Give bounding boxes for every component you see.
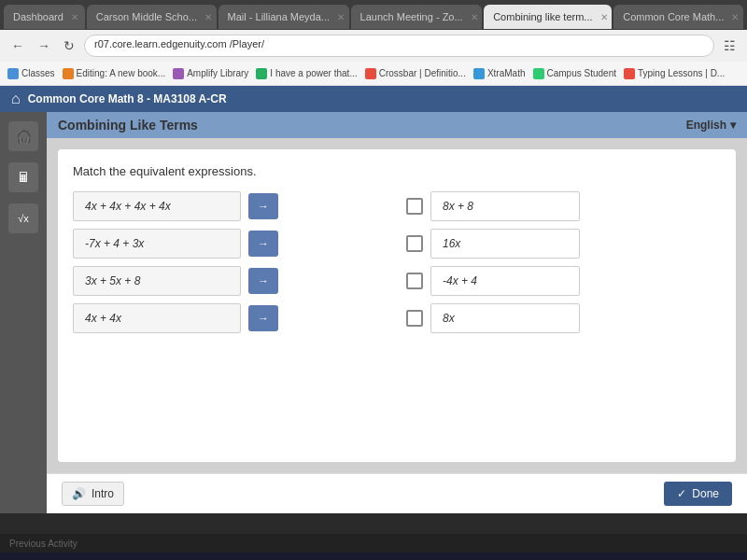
done-label: Done — [692, 487, 719, 500]
expr-box-1: 4x + 4x + 4x + 4x — [73, 191, 241, 221]
activity-title-bar: Combining Like Terms English ▾ — [47, 112, 747, 138]
bookmark-icon-amplify — [173, 68, 184, 79]
nav-bar: ← → ↻ r07.core.learn.edgenuity.com /Play… — [0, 30, 747, 62]
answer-checkbox-c[interactable] — [406, 273, 423, 289]
bookmark-classes[interactable]: Classes — [7, 68, 55, 79]
answer-row-c: -4x + 4 — [406, 266, 721, 296]
sidebar-headphones[interactable]: 🎧 — [8, 121, 38, 151]
tab-close-combining[interactable]: ✕ — [600, 12, 608, 22]
expr-row-4: 4x + 4x → — [73, 303, 388, 333]
answer-box-a: 8x + 8 — [430, 191, 580, 221]
arrow-button-3[interactable]: → — [248, 268, 278, 294]
status-bar — [0, 513, 747, 534]
answer-checkbox-a[interactable] — [406, 198, 423, 215]
activity-panel: Combining Like Terms English ▾ Match the… — [47, 112, 747, 513]
headphones-icon: 🎧 — [16, 129, 32, 144]
tab-label: Common Core Math... — [623, 11, 724, 22]
bookmark-label: XtraMath — [487, 68, 526, 78]
bookmark-power[interactable]: I have a power that... — [256, 68, 357, 79]
bookmark-editing[interactable]: Editing: A new book... — [63, 68, 166, 79]
tab-label: Combining like term... — [493, 11, 592, 22]
expr-row-2: -7x + 4 + 3x → — [73, 229, 388, 259]
answer-row-d: 8x — [406, 303, 721, 333]
speaker-icon: 🔊 — [72, 487, 86, 500]
bookmark-label: I have a power that... — [270, 68, 357, 78]
answer-row-b: 16x — [406, 229, 721, 259]
bookmark-xtramath[interactable]: XtraMath — [473, 68, 526, 79]
back-button[interactable]: ← — [7, 36, 28, 55]
answer-box-b: 16x — [430, 229, 580, 259]
bookmark-icon-typing — [624, 68, 635, 79]
expr-box-4: 4x + 4x — [73, 303, 241, 333]
tab-label: Dashboard — [13, 11, 63, 22]
browser-chrome: Dashboard ✕ Carson Middle Scho... ✕ Mail… — [0, 0, 747, 86]
prev-activity-label: Previous Activity — [9, 539, 78, 549]
bookmark-icon-campus — [533, 68, 544, 79]
bookmark-label: Editing: A new book... — [77, 68, 166, 78]
bookmark-icon-xtramath — [473, 68, 485, 79]
main-content: 🎧 🖩 √x Combining Like Terms English ▾ Ma… — [0, 112, 747, 513]
bottom-bar: 🔊 Intro ✓ Done — [47, 473, 747, 513]
bookmark-icon-editing — [63, 68, 74, 79]
checkmark-icon: ✓ — [677, 487, 686, 500]
sqrt-icon: √x — [18, 213, 29, 224]
address-bar[interactable]: r07.core.learn.edgenuity.com /Player/ — [84, 35, 714, 57]
tab-bar: Dashboard ✕ Carson Middle Scho... ✕ Mail… — [0, 0, 747, 30]
tab-label: Carson Middle Scho... — [96, 11, 197, 22]
answer-row-a: 8x + 8 — [406, 191, 721, 221]
expr-row-1: 4x + 4x + 4x + 4x → — [73, 191, 388, 221]
edgenuity-header: ⌂ Common Core Math 8 - MA3108 A-CR — [0, 86, 747, 112]
tab-combining[interactable]: Combining like term... ✕ — [484, 5, 612, 29]
tab-close-mail[interactable]: ✕ — [337, 12, 345, 22]
activity-title: Combining Like Terms — [58, 118, 198, 133]
home-icon: ⌂ — [11, 91, 21, 107]
arrow-button-1[interactable]: → — [248, 193, 278, 219]
expr-box-3: 3x + 5x + 8 — [73, 266, 241, 296]
bookmark-typing[interactable]: Typing Lessons | D... — [624, 68, 725, 79]
bookmark-label: Crossbar | Definitio... — [379, 68, 466, 78]
answer-checkbox-d[interactable] — [406, 310, 423, 327]
tab-zoom[interactable]: Launch Meeting - Zo... ✕ — [351, 5, 483, 29]
sidebar-sqrt[interactable]: √x — [8, 203, 38, 233]
left-expressions: 4x + 4x + 4x + 4x → -7x + 4 + 3x → 3x + … — [73, 191, 388, 333]
chevron-down-icon: ▾ — [730, 119, 736, 132]
expr-row-3: 3x + 5x + 8 → — [73, 266, 388, 296]
bookmarks-bar: Classes Editing: A new book... Amplify L… — [0, 62, 747, 86]
tab-close-carson[interactable]: ✕ — [204, 12, 212, 22]
forward-button[interactable]: → — [34, 36, 54, 55]
tab-mail[interactable]: Mail - Lilliana Meyda... ✕ — [218, 5, 349, 29]
tab-close-zoom[interactable]: ✕ — [471, 12, 478, 22]
extensions-button[interactable]: ☷ — [720, 36, 740, 55]
tab-dashboard[interactable]: Dashboard ✕ — [4, 5, 85, 29]
bookmark-icon-crossbar — [365, 68, 376, 79]
answer-checkbox-b[interactable] — [406, 235, 423, 252]
bookmark-label: Campus Student — [547, 68, 617, 78]
bookmark-campus[interactable]: Campus Student — [533, 68, 617, 79]
tab-label: Launch Meeting - Zo... — [360, 11, 463, 22]
sidebar-calculator[interactable]: 🖩 — [8, 162, 38, 192]
content-box: Match the equivalent expressions. 4x + 4… — [58, 149, 736, 462]
done-button[interactable]: ✓ Done — [664, 482, 732, 506]
prev-activity[interactable]: Previous Activity — [0, 534, 747, 553]
sidebar: 🎧 🖩 √x — [0, 112, 47, 513]
bookmark-label: Amplify Library — [187, 68, 248, 78]
arrow-button-2[interactable]: → — [248, 231, 278, 257]
bookmark-amplify[interactable]: Amplify Library — [173, 68, 248, 79]
tab-close-math[interactable]: ✕ — [731, 12, 739, 22]
intro-button[interactable]: 🔊 Intro — [62, 482, 124, 506]
right-expressions: 8x + 8 16x -4x + 4 8x — [406, 191, 721, 333]
tab-carson[interactable]: Carson Middle Scho... ✕ — [87, 5, 217, 29]
calculator-icon: 🖩 — [17, 170, 30, 185]
tab-close-dashboard[interactable]: ✕ — [71, 12, 78, 22]
reload-button[interactable]: ↻ — [60, 36, 78, 55]
bookmark-icon-classes — [7, 68, 19, 79]
arrow-button-4[interactable]: → — [248, 305, 278, 331]
matching-container: 4x + 4x + 4x + 4x → -7x + 4 + 3x → 3x + … — [73, 191, 721, 333]
expr-box-2: -7x + 4 + 3x — [73, 229, 241, 259]
bookmark-crossbar[interactable]: Crossbar | Definitio... — [365, 68, 466, 79]
tab-label: Mail - Lilliana Meyda... — [228, 11, 330, 22]
answer-box-d: 8x — [430, 303, 580, 333]
bookmark-icon-power — [256, 68, 267, 79]
language-selector[interactable]: English ▾ — [686, 119, 736, 132]
tab-math[interactable]: Common Core Math... ✕ — [613, 5, 743, 29]
